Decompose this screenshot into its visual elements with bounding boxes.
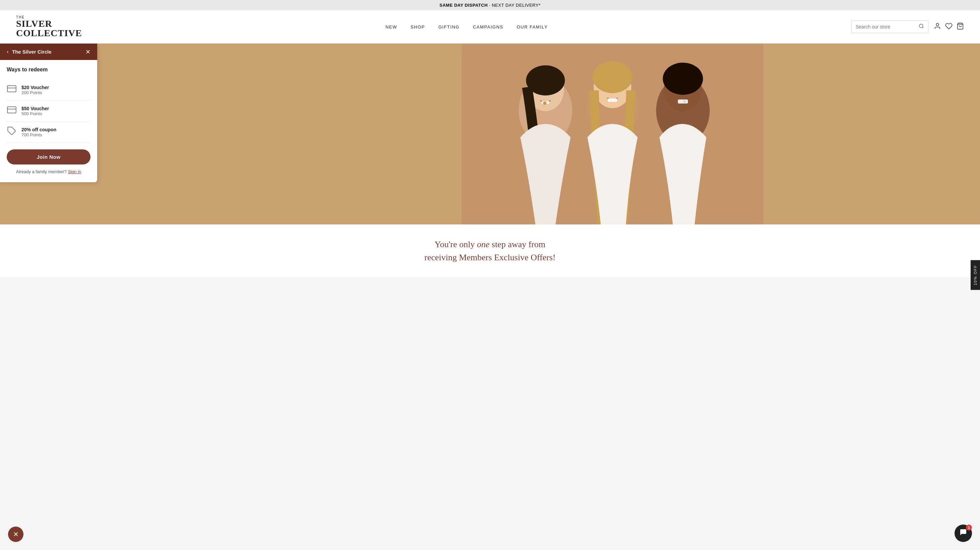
sidebar-panel: ‹ The Silver Circle ✕ Ways to redeem $20… xyxy=(0,44,97,182)
join-now-button[interactable]: Join Now xyxy=(7,149,91,165)
announcement-bar: SAME DAY DISPATCH · NEXT DAY DELIVERY* xyxy=(0,0,980,10)
redeem-label-1: $20 Voucher xyxy=(21,85,49,90)
sign-in-link[interactable]: Sign in xyxy=(68,169,81,174)
close-icon[interactable]: ✕ xyxy=(86,49,91,55)
logo[interactable]: THE SILVER COLLECTIVE xyxy=(16,16,82,38)
redeem-points-3: 700 Points xyxy=(21,132,56,137)
redeem-points-1: 200 Points xyxy=(21,90,49,95)
redeem-points-2: 500 Points xyxy=(21,111,49,116)
header-right xyxy=(851,21,964,33)
svg-rect-15 xyxy=(608,98,617,102)
svg-point-10 xyxy=(593,61,633,93)
redeem-item-1: $20 Voucher 200 Points xyxy=(7,79,91,100)
ways-to-redeem-title: Ways to redeem xyxy=(7,67,91,73)
svg-point-17 xyxy=(543,101,547,105)
redeem-text-1: $20 Voucher 200 Points xyxy=(21,85,49,95)
header-icons xyxy=(934,22,964,32)
nav-item-campaigns[interactable]: CAMPAIGNS xyxy=(473,24,503,30)
main-nav: NEW SHOP GIFTING CAMPAIGNS OUR FAMILY xyxy=(385,24,548,30)
logo-silver: SILVER xyxy=(16,19,82,29)
voucher-icon-1 xyxy=(7,84,17,95)
hero-svg xyxy=(245,44,980,224)
search-icon xyxy=(919,24,924,30)
back-arrow-icon[interactable]: ‹ xyxy=(7,48,9,55)
svg-point-2 xyxy=(936,23,939,25)
redeem-text-3: 20% off coupon 700 Points xyxy=(21,127,56,137)
logo-collective: COLLECTIVE xyxy=(16,29,82,38)
account-icon[interactable] xyxy=(934,22,941,32)
redeem-item-2: $50 Voucher 500 Points xyxy=(7,100,91,122)
member-text: Already a family member? Sign in xyxy=(7,169,91,174)
sidebar-header-left: ‹ The Silver Circle xyxy=(7,48,52,55)
redeem-label-3: 20% off coupon xyxy=(21,127,56,132)
sidebar-header: ‹ The Silver Circle ✕ xyxy=(0,44,97,60)
svg-line-1 xyxy=(922,27,923,28)
voucher-icon-2 xyxy=(7,105,17,117)
announcement-bold: SAME DAY DISPATCH xyxy=(439,3,488,8)
nav-item-ourfamily[interactable]: OUR FAMILY xyxy=(517,24,548,30)
bottom-text-line2: receiving Members Exclusive Offers! xyxy=(424,252,556,262)
cart-icon[interactable] xyxy=(956,22,964,32)
nav-item-gifting[interactable]: GIFTING xyxy=(438,24,460,30)
already-member-text: Already a family member? xyxy=(16,169,67,174)
side-tab-label: 10% OFF xyxy=(973,265,977,277)
main-container: ‹ The Silver Circle ✕ Ways to redeem $20… xyxy=(0,44,980,277)
svg-rect-19 xyxy=(7,86,16,92)
svg-point-13 xyxy=(663,63,703,95)
svg-point-0 xyxy=(920,24,923,28)
redeem-item-3: 20% off coupon 700 Points xyxy=(7,122,91,143)
hero-image: ‹ The Silver Circle ✕ Ways to redeem $20… xyxy=(0,44,980,224)
nav-item-new[interactable]: NEW xyxy=(385,24,397,30)
search-box[interactable] xyxy=(851,21,928,33)
bottom-text-part1: You're only xyxy=(435,239,477,249)
redeem-text-2: $50 Voucher 500 Points xyxy=(21,106,49,116)
redeem-label-2: $50 Voucher xyxy=(21,106,49,111)
bottom-text: You're only one step away from receiving… xyxy=(7,238,973,264)
announcement-rest: · NEXT DAY DELIVERY* xyxy=(488,3,541,8)
wishlist-icon[interactable] xyxy=(945,22,953,32)
sidebar-title: The Silver Circle xyxy=(12,49,52,55)
svg-rect-21 xyxy=(7,107,16,113)
bottom-text-italic: one xyxy=(477,239,490,249)
coupon-icon xyxy=(7,126,17,138)
svg-rect-16 xyxy=(678,100,688,103)
search-input[interactable] xyxy=(856,24,916,30)
svg-point-18 xyxy=(683,100,686,103)
bottom-text-part2: step away from xyxy=(490,239,546,249)
header: THE SILVER COLLECTIVE NEW SHOP GIFTING C… xyxy=(0,10,980,44)
nav-item-shop[interactable]: SHOP xyxy=(410,24,425,30)
sidebar-body: Ways to redeem $20 Voucher 200 Points xyxy=(0,60,97,182)
discount-side-tab[interactable]: 10% OFF xyxy=(970,260,980,277)
bottom-section: You're only one step away from receiving… xyxy=(0,224,980,277)
